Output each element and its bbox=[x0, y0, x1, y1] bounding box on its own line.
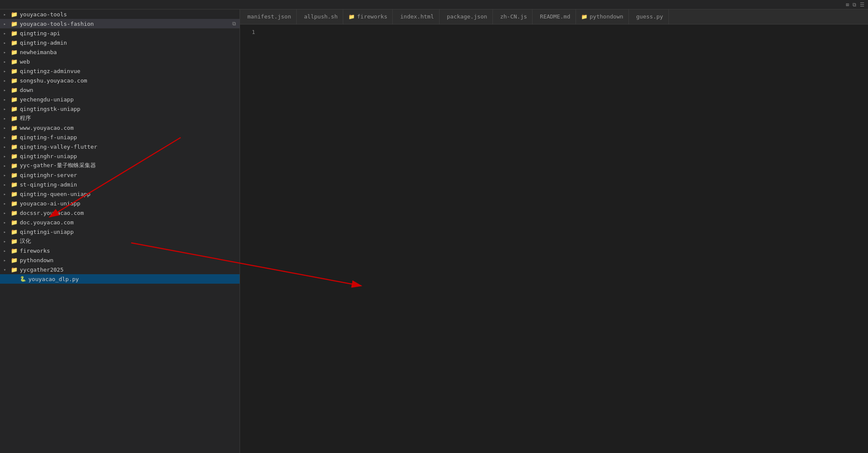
sidebar-item-songshu.youyacao.com[interactable]: 📁songshu.youyacao.com bbox=[0, 76, 240, 85]
folder-icon: 📁 bbox=[10, 237, 18, 245]
folder-icon: 📁 bbox=[10, 152, 18, 160]
tree-item-label: qingting-f-uniapp bbox=[20, 134, 77, 141]
sidebar-item-qingting-admin[interactable]: 📁qingting-admin bbox=[0, 38, 240, 47]
tree-item-label: qingtinghr-uniapp bbox=[20, 153, 77, 159]
folder-icon: 📁 bbox=[10, 181, 18, 188]
chevron-icon bbox=[3, 31, 10, 36]
tab-index.html[interactable]: index.html bbox=[393, 9, 439, 24]
sidebar-item-qingting-queen-uniapp[interactable]: 📁qingting-queen-uniapp bbox=[0, 189, 240, 199]
tree-item-label: fireworks bbox=[20, 248, 50, 254]
folder-icon: 📁 bbox=[10, 266, 18, 273]
tree-item-label: qingting-admin bbox=[20, 40, 67, 46]
tree-item-label: web bbox=[20, 58, 30, 65]
sidebar-item-qingtinghr-server[interactable]: 📁qingtinghr-server bbox=[0, 170, 240, 180]
sidebar-item-qingting-f-uniapp[interactable]: 📁qingting-f-uniapp bbox=[0, 132, 240, 142]
tree-item-label: youyacao_dlp.py bbox=[28, 276, 79, 282]
chevron-icon bbox=[3, 69, 10, 73]
sidebar-item-docssr.youyacao.com[interactable]: 📁docssr.youyacao.com bbox=[0, 208, 240, 217]
tree-item-label: doc.youyacao.com bbox=[20, 219, 74, 226]
chevron-icon bbox=[3, 97, 10, 102]
folder-icon: 📁 bbox=[10, 209, 18, 217]
tree-item-label: st-qingting-admin bbox=[20, 181, 77, 188]
tree-item-label: 程序 bbox=[20, 114, 31, 122]
top-bar: ⊞ ⧉ ☰ bbox=[0, 0, 868, 9]
sidebar-item-youyacao-ai-uniapp[interactable]: 📁youyacao-ai-uniapp bbox=[0, 199, 240, 208]
sidebar-item-qingtingstk-uniapp[interactable]: 📁qingtingstk-uniapp bbox=[0, 104, 240, 113]
tree-item-label: qingting-api bbox=[20, 30, 60, 37]
chevron-icon bbox=[3, 267, 10, 272]
sidebar-item-qingtinghr-uniapp[interactable]: 📁qingtinghr-uniapp bbox=[0, 151, 240, 161]
tree-item-label: youyacao-ai-uniapp bbox=[20, 200, 80, 207]
tree-item-label: yyc-gather-量子蜘蛛采集器 bbox=[20, 162, 96, 169]
sidebar-item-www.youyacao.com[interactable]: 📁www.youyacao.com bbox=[0, 123, 240, 132]
tree-item-label: qingting-valley-flutter bbox=[20, 144, 97, 150]
tab-zh-CN.js[interactable]: zh-CN.js bbox=[493, 9, 533, 24]
tree-item-label: docssr.youyacao.com bbox=[20, 210, 84, 216]
sidebar-item-youyacao-tools-fashion[interactable]: 📁youyacao-tools-fashion⧉ bbox=[0, 19, 240, 28]
editor-content: 1 bbox=[240, 24, 868, 453]
tree-item-label: youyacao-tools bbox=[20, 11, 67, 18]
sidebar-item-pythondown[interactable]: 📁pythondown bbox=[0, 255, 240, 265]
line-numbers: 1 bbox=[240, 24, 259, 40]
sidebar-item-fireworks[interactable]: 📁fireworks bbox=[0, 246, 240, 255]
folder-icon: 📁 bbox=[10, 20, 18, 28]
tab-label: allpush.sh bbox=[304, 13, 338, 20]
folder-icon: 📁 bbox=[10, 95, 18, 103]
sidebar-item-st-qingting-admin[interactable]: 📁st-qingting-admin bbox=[0, 180, 240, 189]
sidebar-item-newheimanba[interactable]: 📁newheimanba bbox=[0, 47, 240, 57]
sidebar-item-qingting-api[interactable]: 📁qingting-api bbox=[0, 28, 240, 38]
sidebar-item-yechengdu-uniapp[interactable]: 📁yechengdu-uniapp bbox=[0, 95, 240, 104]
sidebar-item-youyacao-tools[interactable]: 📁youyacao-tools bbox=[0, 9, 240, 19]
tab-fireworks-tab[interactable]: 📁fireworks bbox=[343, 9, 393, 24]
chevron-icon bbox=[3, 201, 10, 206]
split-icon[interactable]: ⧉ bbox=[853, 2, 856, 8]
folder-icon: 📁 bbox=[10, 143, 18, 150]
tab-manifest.json[interactable]: manifest.json bbox=[240, 9, 297, 24]
chevron-icon bbox=[3, 154, 10, 159]
editor-area: manifest.jsonallpush.sh📁fireworksindex.h… bbox=[240, 9, 868, 453]
sidebar-item-down[interactable]: 📁down bbox=[0, 85, 240, 95]
file-explorer-sidebar[interactable]: 📁youyacao-tools📁youyacao-tools-fashion⧉📁… bbox=[0, 9, 240, 453]
folder-icon: 📁 bbox=[10, 48, 18, 56]
sidebar-item-yycgather2025[interactable]: 📁yycgather2025 bbox=[0, 265, 240, 274]
tree-item-label: youyacao-tools-fashion bbox=[20, 21, 94, 27]
sidebar-item-qingtingz-adminvue[interactable]: 📁qingtingz-adminvue bbox=[0, 66, 240, 76]
sidebar-item-hanhua[interactable]: 📁汉化 bbox=[0, 236, 240, 246]
folder-icon: 📁 bbox=[10, 247, 18, 254]
tab-label: package.json bbox=[447, 13, 487, 20]
tab-label: index.html bbox=[400, 13, 434, 20]
sidebar-item-doc.youyacao.com[interactable]: 📁doc.youyacao.com bbox=[0, 217, 240, 227]
sidebar-item-yyc-gather[interactable]: 📁yyc-gather-量子蜘蛛采集器 bbox=[0, 161, 240, 170]
tree-item-label: songshu.youyacao.com bbox=[20, 77, 87, 84]
tab-guess.py[interactable]: guess.py bbox=[629, 9, 669, 24]
folder-icon: 📁 bbox=[10, 77, 18, 84]
folder-icon: 📁 bbox=[10, 58, 18, 65]
folder-icon: 📁 bbox=[10, 124, 18, 132]
chevron-icon bbox=[3, 107, 10, 111]
sidebar-item-web[interactable]: 📁web bbox=[0, 57, 240, 66]
chevron-icon bbox=[3, 50, 10, 55]
chevron-icon bbox=[3, 135, 10, 140]
tab-label: fireworks bbox=[357, 13, 387, 20]
folder-icon: 📁 bbox=[10, 114, 18, 122]
tab-label: pythondown bbox=[590, 13, 623, 20]
chevron-icon bbox=[3, 173, 10, 178]
tab-label: README.md bbox=[540, 13, 570, 20]
tab-allpush.sh[interactable]: allpush.sh bbox=[297, 9, 343, 24]
sidebar-item-chengxu[interactable]: 📁程序 bbox=[0, 113, 240, 123]
sidebar-item-qingting-valley-flutter[interactable]: 📁qingting-valley-flutter bbox=[0, 142, 240, 151]
tree-item-label: qingtingi-uniapp bbox=[20, 229, 74, 235]
add-icon[interactable]: ⊞ bbox=[846, 2, 849, 8]
sidebar-item-qingtingi-uniapp[interactable]: 📁qingtingi-uniapp bbox=[0, 227, 240, 236]
chevron-icon bbox=[3, 125, 10, 130]
chevron-icon bbox=[3, 211, 10, 215]
more-icon[interactable]: ☰ bbox=[860, 2, 865, 8]
code-area[interactable] bbox=[259, 24, 868, 453]
folder-icon: 📁 bbox=[10, 190, 18, 198]
copy-icon[interactable]: ⧉ bbox=[232, 21, 236, 27]
folder-icon: 📁 bbox=[10, 228, 18, 236]
tab-pythondown-tab[interactable]: 📁pythondown bbox=[576, 9, 629, 24]
tab-README.md[interactable]: README.md bbox=[532, 9, 576, 24]
sidebar-item-youyacao_dlp.py[interactable]: 🐍youyacao_dlp.py bbox=[0, 274, 240, 284]
tab-package.json[interactable]: package.json bbox=[440, 9, 493, 24]
